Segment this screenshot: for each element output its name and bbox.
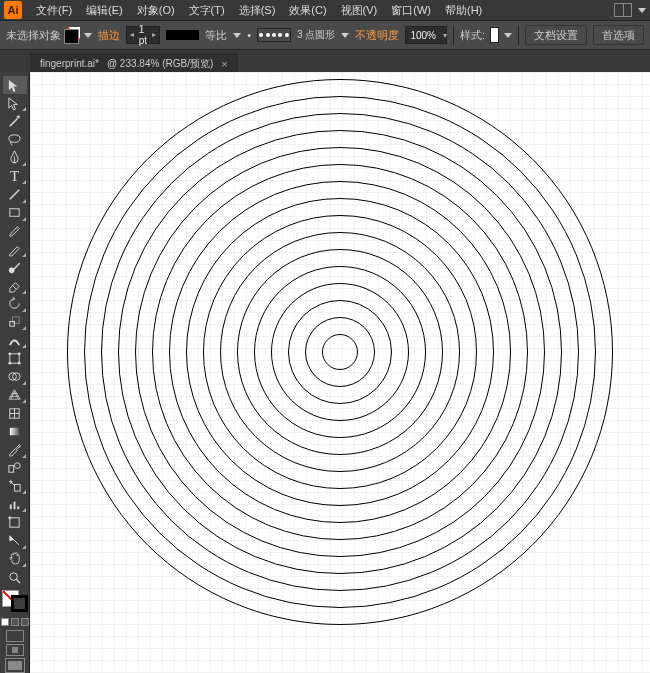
svg-rect-20 <box>15 485 21 492</box>
tool-gradient[interactable] <box>3 422 27 440</box>
style-swatch[interactable] <box>491 28 498 42</box>
tools-panel: T <box>0 72 30 673</box>
tool-selection[interactable] <box>3 76 27 94</box>
document-tab[interactable]: fingerprint.ai* @ 233.84% (RGB/预览) × <box>30 53 238 72</box>
tool-perspective-grid[interactable] <box>3 386 27 404</box>
stroke-swatch[interactable] <box>11 595 28 612</box>
svg-line-0 <box>10 119 18 127</box>
fill-stroke-control[interactable] <box>2 590 28 612</box>
menu-object[interactable]: 对象(O) <box>131 1 181 20</box>
opacity-input[interactable]: 100%▾ <box>405 26 447 44</box>
ring-16 <box>67 79 613 625</box>
document-setup-button[interactable]: 文档设置 <box>525 25 587 45</box>
menu-file[interactable]: 文件(F) <box>30 1 78 20</box>
brush-dropdown-icon[interactable] <box>341 33 349 38</box>
tool-hand[interactable] <box>3 550 27 568</box>
ratio-dropdown-icon[interactable] <box>233 33 241 38</box>
menu-edit[interactable]: 编辑(E) <box>80 1 129 20</box>
tool-pen[interactable] <box>3 149 27 167</box>
menu-view[interactable]: 视图(V) <box>335 1 384 20</box>
tool-eraser[interactable] <box>3 276 27 294</box>
dash-label-bullet: • <box>247 29 251 41</box>
color-mode-row[interactable] <box>1 618 29 626</box>
tool-pencil[interactable] <box>3 240 27 258</box>
draw-mode-row[interactable] <box>6 630 24 656</box>
menu-help[interactable]: 帮助(H) <box>439 1 488 20</box>
tool-magic-wand[interactable] <box>3 112 27 130</box>
menu-effect[interactable]: 效果(C) <box>283 1 332 20</box>
tool-mesh[interactable] <box>3 404 27 422</box>
tool-rotate[interactable] <box>3 295 27 313</box>
tool-slice[interactable] <box>3 531 27 549</box>
separator <box>453 25 454 45</box>
selection-status: 未选择对象 <box>6 28 61 43</box>
svg-rect-2 <box>10 209 19 217</box>
tool-artboard[interactable] <box>3 513 27 531</box>
svg-point-3 <box>9 267 15 273</box>
svg-line-1 <box>10 190 19 199</box>
document-tab-strip: fingerprint.ai* @ 233.84% (RGB/预览) × <box>0 50 650 72</box>
menu-window[interactable]: 窗口(W) <box>385 1 437 20</box>
brush-name: 3 点圆形 <box>297 28 335 42</box>
layout-arrange-icon[interactable] <box>614 3 632 17</box>
tool-line[interactable] <box>3 185 27 203</box>
tool-rectangle[interactable] <box>3 204 27 222</box>
tool-paintbrush[interactable] <box>3 222 27 240</box>
svg-point-11 <box>18 362 21 365</box>
svg-rect-23 <box>17 506 19 509</box>
svg-rect-18 <box>9 466 14 473</box>
svg-rect-7 <box>10 354 19 363</box>
stroke-label[interactable]: 描边 <box>98 28 120 43</box>
tool-lasso[interactable] <box>3 131 27 149</box>
fill-stroke-swatch[interactable] <box>67 27 78 43</box>
tool-scale[interactable] <box>3 313 27 331</box>
tool-shape-builder[interactable] <box>3 368 27 386</box>
svg-point-19 <box>15 463 21 469</box>
separator-2 <box>518 25 519 45</box>
tool-direct-selection[interactable] <box>3 94 27 112</box>
svg-rect-24 <box>10 518 19 527</box>
ratio-label[interactable]: 等比 <box>205 28 227 43</box>
tool-width[interactable] <box>3 331 27 349</box>
svg-line-4 <box>13 286 17 290</box>
tool-type[interactable]: T <box>3 167 27 185</box>
menu-type[interactable]: 文字(T) <box>183 1 231 20</box>
stroke-weight-input[interactable]: ◂1 pt▸ <box>126 26 160 44</box>
svg-rect-17 <box>10 428 19 436</box>
svg-point-9 <box>18 352 21 355</box>
control-bar: 未选择对象 描边 ◂1 pt▸ 等比 • 3 点圆形 不透明度 100%▾ 样式… <box>0 20 650 50</box>
tab-zoom: @ 233.84% (RGB/预览) <box>107 57 213 71</box>
preferences-button[interactable]: 首选项 <box>593 25 644 45</box>
fill-dropdown-icon[interactable] <box>84 33 92 38</box>
layout-dropdown-icon[interactable] <box>638 8 646 13</box>
menu-bar: Ai 文件(F) 编辑(E) 对象(O) 文字(T) 选择(S) 效果(C) 视… <box>0 0 650 20</box>
style-label: 样式: <box>460 28 485 43</box>
brush-definition-preview[interactable] <box>257 28 291 42</box>
app-logo: Ai <box>4 1 22 19</box>
svg-line-28 <box>16 579 20 583</box>
tool-zoom[interactable] <box>3 568 27 586</box>
style-dropdown-icon[interactable] <box>504 33 512 38</box>
canvas[interactable] <box>30 72 650 673</box>
tool-blob-brush[interactable] <box>3 258 27 276</box>
svg-point-10 <box>8 362 11 365</box>
screen-mode-button[interactable] <box>5 658 25 673</box>
menu-select[interactable]: 选择(S) <box>233 1 282 20</box>
tool-symbol-sprayer[interactable] <box>3 477 27 495</box>
opacity-label[interactable]: 不透明度 <box>355 28 399 43</box>
stroke-profile-preview[interactable] <box>166 30 199 40</box>
tab-filename: fingerprint.ai* <box>40 58 99 69</box>
tool-blend[interactable] <box>3 459 27 477</box>
svg-rect-21 <box>10 504 12 509</box>
svg-rect-22 <box>14 501 16 509</box>
tool-eyedropper[interactable] <box>3 440 27 458</box>
svg-point-27 <box>10 572 18 580</box>
close-icon[interactable]: × <box>221 58 227 70</box>
svg-point-8 <box>8 352 11 355</box>
tool-column-graph[interactable] <box>3 495 27 513</box>
tool-free-transform[interactable] <box>3 349 27 367</box>
svg-rect-6 <box>13 317 20 324</box>
